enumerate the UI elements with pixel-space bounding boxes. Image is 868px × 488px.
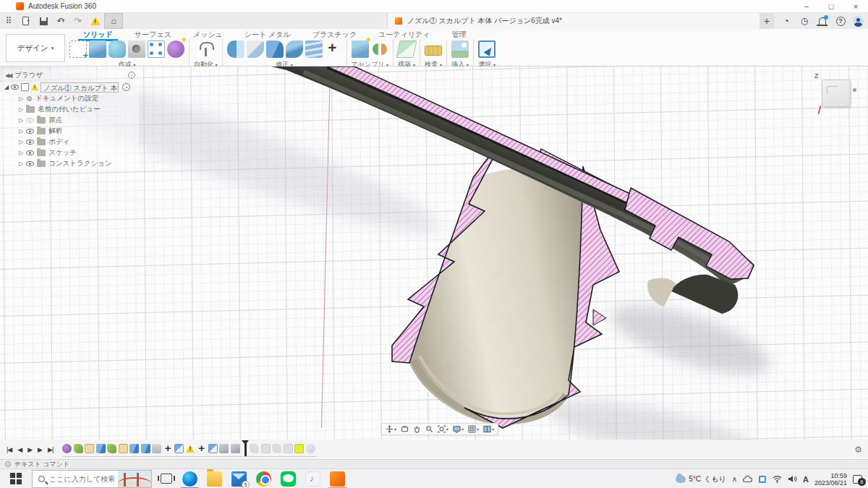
press-pull-icon[interactable] xyxy=(227,40,244,58)
step-back-button[interactable]: ◀ xyxy=(15,446,24,453)
pan-icon[interactable] xyxy=(413,425,421,433)
look-at-icon[interactable] xyxy=(401,425,409,433)
minimize-panel-icon[interactable]: − xyxy=(128,72,135,79)
timeline-feature-plane[interactable] xyxy=(208,444,218,453)
browser-item-bodies[interactable]: ▷ ボディ xyxy=(1,137,139,147)
timeline-feature-extrude[interactable] xyxy=(129,444,139,453)
wifi-icon[interactable] xyxy=(773,475,782,483)
extensions-icon[interactable]: ◔ xyxy=(780,15,792,27)
weather-widget[interactable]: 5°C くもり xyxy=(676,474,726,484)
hidden-icons-chevron[interactable]: ∧ xyxy=(732,475,737,483)
visibility-eye-icon[interactable] xyxy=(26,118,34,123)
viewports-icon[interactable]: ▾ xyxy=(483,425,494,433)
split-body-icon[interactable] xyxy=(305,40,323,58)
visibility-eye-icon[interactable] xyxy=(11,85,19,90)
taskbar-clock[interactable]: 10:59 2023/08/21 xyxy=(814,472,847,487)
timeline-feature-ghost-box[interactable] xyxy=(261,444,271,453)
fillet-icon[interactable] xyxy=(247,40,264,58)
play-button[interactable]: ▶ xyxy=(25,446,34,453)
security-icon[interactable] xyxy=(758,475,767,484)
notifications-icon[interactable] xyxy=(817,15,828,27)
expand-arrow-icon[interactable]: ▷ xyxy=(19,106,23,113)
insert-image-icon[interactable] xyxy=(451,40,469,58)
new-document-tab-button[interactable]: + xyxy=(760,13,774,29)
new-component-icon[interactable] xyxy=(352,40,369,58)
3d-viewport[interactable]: ◀◀ ブラウザ − ◢ ノズル① スカルプト 本体 バージ... ▷ ⚙ ドキュ… xyxy=(0,67,868,440)
visibility-eye-icon[interactable] xyxy=(26,129,34,134)
timeline-feature-warning[interactable] xyxy=(186,444,195,453)
measure-icon[interactable] xyxy=(425,46,442,56)
expand-arrow-icon[interactable]: ▷ xyxy=(19,117,23,124)
browser-item-named-views[interactable]: ▷ 名前の付いたビュー xyxy=(1,104,139,115)
zoom-icon[interactable] xyxy=(425,425,433,433)
browser-item-label[interactable]: 原点 xyxy=(48,116,62,125)
minimize-button[interactable]: − xyxy=(794,0,819,13)
ime-indicator[interactable]: A xyxy=(803,475,809,484)
timeline-feature-ghost-fillet[interactable] xyxy=(272,444,281,453)
itunes-icon[interactable] xyxy=(305,471,320,487)
undo-button[interactable]: ↶▾ xyxy=(52,13,69,29)
draft-icon[interactable] xyxy=(286,40,303,58)
collapse-panel-icon[interactable]: ◀◀ xyxy=(5,72,11,79)
expand-arrow-icon[interactable]: ▷ xyxy=(19,139,23,145)
home-button[interactable]: ⌂ xyxy=(104,13,123,29)
browser-item-label[interactable]: ボディ xyxy=(48,137,69,147)
step-forward-button[interactable]: ▶ xyxy=(35,446,44,453)
timeline-feature-fillet[interactable] xyxy=(74,444,83,453)
action-center-icon[interactable]: 6 xyxy=(853,475,862,484)
workspace-selector[interactable]: デザイン ▾ xyxy=(6,34,65,62)
select-icon[interactable] xyxy=(478,40,495,58)
profile-avatar[interactable] xyxy=(853,16,864,27)
timeline-feature-ghost-fillet[interactable] xyxy=(250,444,259,453)
timeline-feature-move[interactable] xyxy=(197,444,206,453)
taskbar-search[interactable] xyxy=(32,470,152,488)
mail-icon[interactable]: 5 xyxy=(231,471,247,487)
timeline-feature-extrude[interactable] xyxy=(141,444,150,453)
timeline-feature-highlight[interactable] xyxy=(294,444,304,453)
view-cube-face[interactable] xyxy=(822,80,851,107)
display-settings-icon[interactable]: ▾ xyxy=(453,425,464,433)
warnings-button[interactable] xyxy=(87,13,104,29)
app-grid-icon[interactable]: ⠿ xyxy=(0,13,17,29)
browser-item-construction[interactable]: ▷ コンストラクション xyxy=(1,158,139,169)
start-button[interactable] xyxy=(0,469,32,488)
visibility-eye-icon[interactable] xyxy=(26,150,34,155)
browser-item-analysis[interactable]: ▷ 解析 xyxy=(1,126,139,137)
redo-button[interactable]: ↷▾ xyxy=(69,13,87,29)
timeline-feature-sketch[interactable] xyxy=(119,444,128,453)
close-button[interactable]: × xyxy=(843,0,868,13)
mesh-icon[interactable] xyxy=(148,40,165,58)
browser-item-label[interactable]: コンストラクション xyxy=(48,159,112,168)
browser-item-label[interactable]: 名前の付いたビュー xyxy=(38,105,101,114)
grid-icon[interactable]: ▾ xyxy=(468,425,479,433)
timeline-feature-ghost-form[interactable] xyxy=(306,444,315,453)
activate-component-icon[interactable] xyxy=(122,83,130,91)
browser-item-document-settings[interactable]: ▷ ⚙ ドキュメントの設定 xyxy=(1,93,139,104)
timeline-feature-sketch[interactable] xyxy=(85,444,94,453)
line-icon[interactable] xyxy=(281,471,296,487)
browser-item-label[interactable]: スケッチ xyxy=(48,148,77,158)
visibility-eye-icon[interactable] xyxy=(26,161,34,166)
help-icon[interactable]: ? xyxy=(835,15,846,27)
move-copy-icon[interactable] xyxy=(325,40,342,58)
volume-icon[interactable] xyxy=(788,475,797,483)
chrome-icon[interactable] xyxy=(256,471,271,487)
browser-item-label[interactable]: 解析 xyxy=(48,127,62,136)
expand-arrow-icon[interactable]: ▷ xyxy=(19,150,23,156)
file-explorer-icon[interactable] xyxy=(207,471,222,487)
cross-section-hook[interactable] xyxy=(625,188,754,279)
search-input[interactable] xyxy=(49,475,116,483)
timeline-feature-ghost-box[interactable] xyxy=(284,444,293,453)
job-status-icon[interactable]: ◷ xyxy=(799,15,810,27)
timeline-feature-shell[interactable] xyxy=(152,444,161,453)
expand-arrow-icon[interactable]: ▷ xyxy=(19,95,23,102)
skip-to-start-button[interactable]: |◀ xyxy=(4,446,14,453)
automate-icon[interactable] xyxy=(197,40,214,58)
create-form-icon[interactable] xyxy=(167,40,184,58)
edge-icon[interactable] xyxy=(182,471,197,487)
timeline-feature-move[interactable] xyxy=(163,444,173,453)
joint-icon[interactable] xyxy=(371,40,388,58)
view-cube[interactable]: Z xyxy=(814,72,858,116)
fusion-360-taskbar-icon[interactable] xyxy=(330,471,345,487)
browser-item-sketches[interactable]: ▷ スケッチ xyxy=(1,147,139,158)
